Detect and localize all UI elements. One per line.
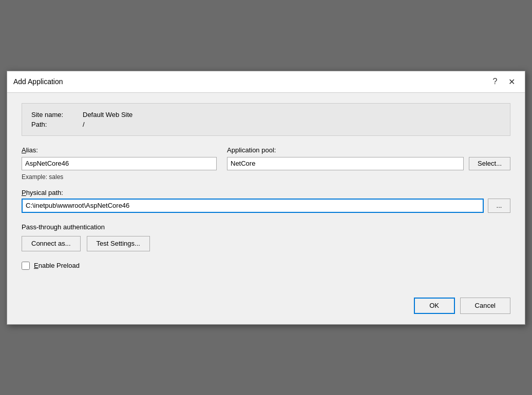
close-button[interactable]: ✕ (504, 74, 519, 89)
alias-pool-row: Alias: Application pool: Select... (22, 146, 510, 170)
preload-label: Enable Preload (34, 262, 80, 269)
path-input-row: ... (22, 199, 510, 213)
dialog-footer: OK Cancel (7, 292, 525, 324)
site-name-row: Site name: Default Web Site (31, 111, 501, 118)
site-name-value: Default Web Site (83, 111, 132, 118)
alias-label-text: Alias: (22, 146, 38, 154)
auth-section: Pass-through authentication Connect as..… (22, 223, 510, 251)
dialog-title: Add Application (13, 77, 63, 86)
test-settings-button[interactable]: Test Settings... (87, 236, 150, 251)
connect-as-button[interactable]: Connect as... (22, 236, 81, 251)
title-bar: Add Application ? ✕ (7, 71, 525, 93)
site-name-label: Site name: (31, 111, 83, 118)
alias-pool-section: Alias: Application pool: Select... (22, 146, 510, 170)
select-button[interactable]: Select... (469, 157, 510, 170)
enable-preload-checkbox[interactable] (22, 262, 30, 270)
auth-section-label: Pass-through authentication (22, 223, 510, 231)
pool-input[interactable] (227, 157, 464, 170)
cancel-button[interactable]: Cancel (460, 298, 510, 314)
info-box: Site name: Default Web Site Path: / (22, 103, 510, 136)
add-application-dialog: Add Application ? ✕ Site name: Default W… (7, 71, 525, 325)
preload-row: Enable Preload (22, 262, 510, 270)
physical-path-section: Physical path: ... (22, 189, 510, 213)
path-row: Path: / (31, 121, 501, 128)
dialog-body: Site name: Default Web Site Path: / Alia… (7, 93, 525, 292)
path-label: Path: (31, 121, 83, 128)
physical-path-label: Physical path: (22, 189, 510, 196)
auth-buttons: Connect as... Test Settings... (22, 236, 510, 251)
help-button[interactable]: ? (488, 74, 502, 89)
title-bar-actions: ? ✕ (488, 74, 519, 89)
alias-group: Alias: (22, 146, 217, 170)
pool-input-row: Select... (227, 157, 510, 170)
pool-input-wrap (227, 157, 464, 170)
pool-label: Application pool: (227, 146, 510, 154)
alias-hint: Example: sales (22, 173, 510, 181)
physical-path-input[interactable] (22, 199, 484, 213)
pool-group: Application pool: Select... (227, 146, 510, 170)
path-value: / (83, 121, 85, 128)
physical-label-text: Physical path: (22, 189, 63, 196)
alias-label: Alias: (22, 146, 217, 154)
browse-button[interactable]: ... (488, 199, 510, 213)
ok-button[interactable]: OK (414, 298, 455, 314)
alias-input[interactable] (22, 157, 217, 170)
